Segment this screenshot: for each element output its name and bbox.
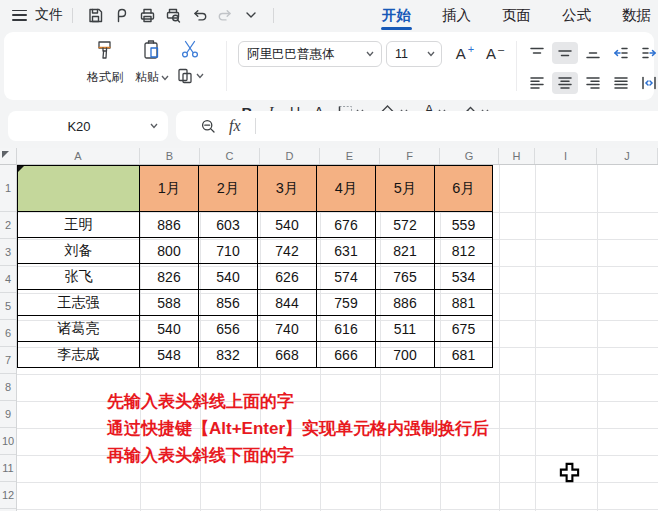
cell-b2[interactable]: 886 [140,212,199,238]
format-painter-button[interactable]: 格式刷 [76,38,134,86]
formula-bar[interactable]: fx [176,111,658,141]
cell-e4[interactable]: 574 [317,264,376,290]
cell-b5[interactable]: 588 [140,290,199,316]
align-middle-button[interactable] [552,42,578,64]
cell-d4[interactable]: 626 [258,264,317,290]
cell-e3[interactable]: 631 [317,238,376,264]
save-button[interactable] [82,3,108,27]
font-size-combo[interactable]: 11 [386,41,442,67]
cell-f5[interactable]: 886 [376,290,435,316]
distributed-align-button[interactable] [636,72,658,94]
cell-g2[interactable]: 559 [435,212,493,238]
row-header-7[interactable]: 7 [0,347,16,374]
cell-b6[interactable]: 540 [140,316,199,342]
row-header-4[interactable]: 4 [0,266,16,293]
row-header-2[interactable]: 2 [0,212,16,239]
cell-c2[interactable]: 603 [199,212,258,238]
cell-g7[interactable]: 681 [435,342,493,368]
copy-button[interactable] [176,67,204,85]
align-center-button[interactable] [552,72,578,94]
cell-a1[interactable] [18,166,140,212]
cell-c3[interactable]: 710 [199,238,258,264]
tab-page[interactable]: 页面 [501,2,532,29]
column-header-i[interactable]: I [535,148,597,164]
column-header-f[interactable]: F [380,148,440,164]
cell-a5[interactable]: 王志强 [18,290,140,316]
cell-e5[interactable]: 759 [317,290,376,316]
paste-button[interactable]: 粘贴 [130,38,174,86]
cell-g4[interactable]: 534 [435,264,493,290]
cell-f1[interactable]: 5月 [376,166,435,212]
insert-function-fx[interactable]: fx [229,117,241,135]
column-header-h[interactable]: H [499,148,535,164]
row-header-3[interactable]: 3 [0,239,16,266]
increase-indent-button[interactable] [636,42,658,64]
cell-e2[interactable]: 676 [317,212,376,238]
cell-b4[interactable]: 826 [140,264,199,290]
row-header-10[interactable]: 10 [0,428,16,455]
cell-d6[interactable]: 740 [258,316,317,342]
cell-d3[interactable]: 742 [258,238,317,264]
row-header-12[interactable]: 12 [0,482,16,509]
cell-b7[interactable]: 548 [140,342,199,368]
search-icon[interactable] [200,118,217,135]
cell-d5[interactable]: 844 [258,290,317,316]
column-header-g[interactable]: G [440,148,499,164]
cell-e1[interactable]: 4月 [317,166,376,212]
print-button[interactable] [134,3,160,27]
row-header-6[interactable]: 6 [0,320,16,347]
quick-access-more-button[interactable] [238,3,264,27]
cell-g3[interactable]: 812 [435,238,493,264]
cell-a6[interactable]: 诸葛亮 [18,316,140,342]
cell-c5[interactable]: 856 [199,290,258,316]
cell-g1[interactable]: 6月 [435,166,493,212]
export-pdf-button[interactable] [108,3,134,27]
column-header-b[interactable]: B [140,148,200,164]
cell-a4[interactable]: 张飞 [18,264,140,290]
cell-f7[interactable]: 700 [376,342,435,368]
cell-a2[interactable]: 王明 [18,212,140,238]
cell-c4[interactable]: 540 [199,264,258,290]
font-name-combo[interactable]: 阿里巴巴普惠体 [238,41,382,67]
row-header-11[interactable]: 11 [0,455,16,482]
cell-c7[interactable]: 832 [199,342,258,368]
column-header-d[interactable]: D [260,148,320,164]
align-right-button[interactable] [580,72,606,94]
tab-insert[interactable]: 插入 [441,2,472,29]
column-header-c[interactable]: C [200,148,260,164]
cell-d1[interactable]: 3月 [258,166,317,212]
file-menu[interactable]: 文件 [35,6,63,24]
cell-g6[interactable]: 675 [435,316,493,342]
tab-home[interactable]: 开始 [381,2,412,29]
decrease-indent-button[interactable] [608,42,634,64]
cell-f2[interactable]: 572 [376,212,435,238]
cell-b1[interactable]: 1月 [140,166,199,212]
undo-button[interactable] [186,3,212,27]
align-top-button[interactable] [524,42,550,64]
tab-data[interactable]: 数据 [621,2,652,29]
cell-g5[interactable]: 881 [435,290,493,316]
cell-d2[interactable]: 540 [258,212,317,238]
row-header-8[interactable]: 8 [0,374,16,401]
align-left-button[interactable] [524,72,550,94]
cell-e7[interactable]: 666 [317,342,376,368]
align-bottom-button[interactable] [580,42,606,64]
column-header-e[interactable]: E [320,148,380,164]
column-header-j[interactable]: J [597,148,658,164]
column-header-a[interactable]: A [17,148,140,164]
row-header-9[interactable]: 9 [0,401,16,428]
name-box[interactable]: K20 [8,111,168,141]
cell-d7[interactable]: 668 [258,342,317,368]
tab-formula[interactable]: 公式 [561,2,592,29]
cell-b3[interactable]: 800 [140,238,199,264]
cell-f6[interactable]: 511 [376,316,435,342]
cell-c6[interactable]: 656 [199,316,258,342]
row-header-1[interactable]: 1 [0,165,16,212]
increase-font-button[interactable]: A+ [452,41,478,65]
cell-a3[interactable]: 刘备 [18,238,140,264]
hamburger-menu-icon[interactable] [12,10,27,21]
decrease-font-button[interactable]: A– [482,41,508,65]
cell-c1[interactable]: 2月 [199,166,258,212]
cell-a7[interactable]: 李志成 [18,342,140,368]
select-all-corner[interactable] [0,148,17,165]
